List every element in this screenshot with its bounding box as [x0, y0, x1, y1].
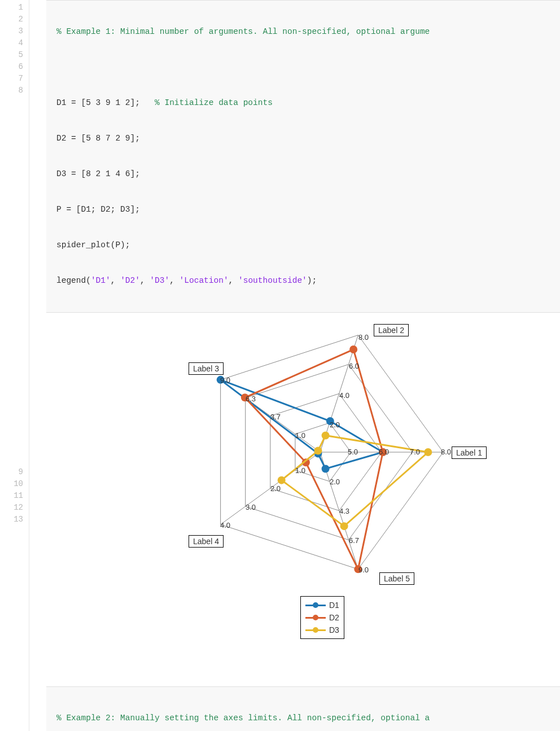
legend-label: D3 [329, 625, 339, 634]
axis-label-4: Label 4 [189, 535, 224, 548]
legend-item-d2: D2 [305, 611, 339, 624]
line-number: 9 [0, 466, 29, 478]
tick-label: 1.0 [295, 466, 305, 475]
svg-point-9 [322, 465, 330, 473]
code-text: D1 = [5 3 9 1 2]; [56, 98, 140, 107]
tick-label: 8.0 [441, 448, 451, 456]
legend-swatch-icon [305, 614, 326, 621]
line-number: 12 [0, 502, 29, 514]
svg-point-17 [314, 447, 322, 454]
legend: D1 D2 D3 [300, 596, 344, 639]
tick-label: 7.0 [410, 448, 420, 456]
line-number-gutter: 1 2 3 4 5 6 7 8 9 10 11 12 13 [0, 0, 29, 731]
tick-label: 6.7 [349, 536, 359, 545]
tick-label: 9.0 [220, 376, 230, 384]
code-block-example2[interactable]: % Example 2: Manually setting the axes l… [46, 686, 560, 731]
line-number: 11 [0, 490, 29, 502]
tick-label: 2.0 [330, 421, 340, 429]
code-comment: % Example 1: Minimal number of arguments… [56, 27, 430, 36]
tick-label: 5.0 [348, 448, 358, 456]
legend-swatch-icon [305, 601, 326, 609]
code-text: legend( [56, 276, 91, 285]
tick-label: 9.0 [358, 566, 369, 574]
svg-point-18 [278, 476, 286, 484]
tick-label: 4.0 [339, 391, 349, 400]
svg-point-16 [322, 431, 330, 439]
tick-label: 6.3 [246, 395, 256, 403]
legend-item-d3: D3 [305, 624, 339, 636]
spider-plot-svg [86, 319, 498, 602]
line-number: 7 [0, 73, 29, 85]
line-number: 10 [0, 478, 29, 490]
code-block-example1[interactable]: % Example 1: Minimal number of arguments… [46, 0, 560, 313]
tick-label: 2.0 [270, 484, 281, 493]
legend-label: D1 [329, 601, 339, 610]
svg-point-11 [349, 345, 357, 353]
code-text: P = [D1; D2; D3]; [56, 205, 140, 214]
axis-label-5: Label 5 [379, 572, 414, 585]
code-comment: % Initialize data points [155, 98, 273, 107]
tick-label: 6.0 [379, 448, 389, 456]
tick-label: 6.0 [349, 362, 359, 370]
tick-label: 1.0 [295, 431, 305, 440]
line-number: 13 [0, 514, 29, 526]
line-number: 3 [0, 25, 29, 37]
tick-label: 2.0 [330, 478, 340, 486]
code-text: spider_plot(P); [56, 240, 130, 249]
page-root: 1 2 3 4 5 6 7 8 9 10 11 12 13 % Example … [0, 0, 560, 731]
line-number: 8 [0, 85, 29, 97]
axis-label-2: Label 2 [374, 324, 409, 336]
tick-label: 8.0 [358, 333, 369, 342]
tick-label: 4.0 [220, 521, 230, 529]
content-column: % Example 1: Minimal number of arguments… [29, 0, 560, 731]
legend-item-d1: D1 [305, 599, 339, 611]
tick-label: 3.0 [246, 503, 256, 511]
svg-point-19 [340, 522, 348, 530]
line-number: 4 [0, 37, 29, 49]
tick-label: 3.7 [270, 413, 281, 421]
tick-label: 4.3 [339, 507, 349, 515]
code-text: D2 = [5 8 7 2 9]; [56, 134, 140, 143]
line-number: 6 [0, 61, 29, 73]
code-text: D3 = [8 2 1 4 6]; [56, 169, 140, 178]
axis-label-1: Label 1 [452, 447, 487, 459]
legend-swatch-icon [305, 626, 326, 634]
line-number: 2 [0, 14, 29, 25]
axis-label-3: Label 3 [189, 362, 224, 375]
svg-point-15 [424, 448, 432, 456]
legend-label: D2 [329, 613, 339, 622]
code-comment: % Example 2: Manually setting the axes l… [56, 714, 430, 723]
line-number: 1 [0, 2, 29, 14]
line-number: 5 [0, 49, 29, 61]
spider-plot-figure-1: Label 1 Label 2 Label 3 Label 4 Label 5 … [86, 319, 498, 653]
